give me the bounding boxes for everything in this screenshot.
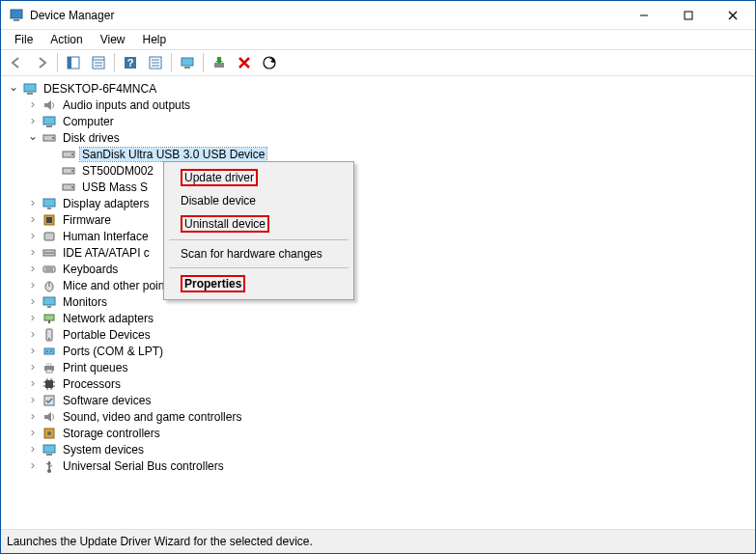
expander-icon[interactable]	[26, 345, 40, 358]
svg-point-56	[50, 350, 52, 352]
svg-point-35	[71, 186, 73, 188]
window: Device Manager File Action View Help ?	[0, 0, 756, 554]
svg-rect-7	[68, 57, 71, 69]
expander-icon[interactable]	[26, 328, 40, 342]
expander-icon[interactable]	[26, 312, 40, 325]
node-display[interactable]: Display adapters	[26, 195, 753, 211]
node-sound[interactable]: Sound, video and game controllers	[26, 408, 753, 425]
node-sandisk[interactable]: SanDisk Ultra USB 3.0 USB Device	[45, 146, 753, 162]
node-ports[interactable]: Ports (COM & LPT)	[26, 343, 753, 359]
expander-icon[interactable]	[26, 213, 40, 227]
expander-icon[interactable]	[26, 115, 40, 128]
toolbar-computer[interactable]	[176, 51, 199, 74]
tree-root[interactable]: DESKTOP-6F4MNCA	[7, 80, 753, 97]
svg-rect-37	[47, 208, 51, 209]
expander-icon[interactable]	[26, 377, 40, 391]
node-ide[interactable]: IDE ATA/ATAPI c	[26, 244, 753, 261]
ctx-properties[interactable]: Properties	[167, 271, 350, 296]
expander-icon[interactable]	[26, 361, 40, 374]
svg-rect-59	[46, 370, 52, 373]
svg-rect-1	[14, 19, 19, 21]
minimize-button[interactable]	[622, 1, 666, 30]
menu-action[interactable]: Action	[42, 31, 90, 48]
node-disk-drives[interactable]: Disk drives	[26, 129, 753, 146]
status-text: Launches the Update Driver Wizard for th…	[7, 535, 313, 548]
toolbar-forward[interactable]	[30, 51, 53, 74]
expander-icon[interactable]	[26, 98, 40, 112]
expander-icon[interactable]	[26, 246, 40, 260]
expander-icon[interactable]	[26, 230, 40, 243]
toolbar-install[interactable]	[208, 51, 231, 74]
expander-icon[interactable]	[26, 263, 40, 276]
svg-rect-49	[47, 306, 51, 308]
node-mice[interactable]: Mice and other pointing devices	[26, 277, 753, 293]
expander-icon[interactable]	[26, 295, 40, 309]
menu-view[interactable]: View	[93, 31, 133, 48]
ctx-scan[interactable]: Scan for hardware changes	[167, 243, 350, 264]
node-network[interactable]: Network adapters	[26, 310, 753, 326]
expander-icon[interactable]	[26, 131, 40, 145]
device-tree[interactable]: DESKTOP-6F4MNCA Audio inputs and outputs…	[1, 76, 755, 530]
svg-rect-58	[46, 363, 52, 366]
printer-icon	[42, 360, 57, 375]
svg-rect-48	[43, 297, 55, 305]
toolbar-delete[interactable]	[233, 51, 256, 74]
node-print[interactable]: Print queues	[26, 359, 753, 375]
software-icon	[42, 393, 57, 408]
ctx-uninstall-device[interactable]: Uninstall device	[167, 211, 350, 236]
node-hid[interactable]: Human Interface	[26, 228, 753, 244]
expander-icon[interactable]	[26, 459, 40, 473]
svg-point-23	[264, 57, 275, 69]
audio-icon	[42, 97, 57, 113]
portable-icon	[42, 327, 57, 343]
expander-icon[interactable]	[7, 82, 20, 96]
node-usbmass[interactable]: USB Mass S	[45, 179, 753, 195]
node-processors[interactable]: Processors	[26, 375, 753, 392]
maximize-button[interactable]	[666, 1, 711, 30]
node-monitors[interactable]: Monitors	[26, 293, 753, 310]
cpu-icon	[42, 376, 57, 392]
node-keyboards[interactable]: Keyboards	[26, 261, 753, 277]
node-storage[interactable]: Storage controllers	[26, 425, 753, 441]
toolbar-scan[interactable]	[258, 51, 281, 74]
node-system[interactable]: System devices	[26, 441, 753, 457]
node-computer[interactable]: Computer	[26, 113, 753, 129]
expander-icon[interactable]	[26, 197, 40, 210]
svg-rect-39	[46, 217, 52, 223]
toolbar-sep	[57, 53, 58, 72]
node-st500[interactable]: ST500DM002	[45, 162, 753, 179]
svg-rect-54	[44, 348, 54, 354]
expander-icon[interactable]	[26, 427, 40, 440]
node-software[interactable]: Software devices	[26, 392, 753, 408]
toolbar-show-tree[interactable]	[62, 51, 85, 74]
svg-rect-18	[182, 58, 193, 66]
node-portable[interactable]: Portable Devices	[26, 326, 753, 343]
highlight-properties: Properties	[181, 275, 245, 292]
expander-icon[interactable]	[26, 410, 40, 424]
expander-icon[interactable]	[26, 279, 40, 292]
ctx-disable-device[interactable]: Disable device	[167, 190, 350, 211]
usb-icon	[42, 458, 57, 474]
expander-icon[interactable]	[26, 394, 40, 407]
node-audio[interactable]: Audio inputs and outputs	[26, 97, 753, 113]
ctx-sep2	[169, 267, 349, 268]
svg-rect-43	[43, 266, 55, 272]
disk-icon	[42, 130, 57, 146]
toolbar-properties-pane[interactable]	[87, 51, 110, 74]
menu-file[interactable]: File	[7, 31, 41, 48]
node-usb[interactable]: Universal Serial Bus controllers	[26, 457, 753, 474]
svg-rect-36	[43, 199, 55, 207]
ctx-update-driver[interactable]: Update driver	[167, 165, 350, 190]
expander-icon[interactable]	[26, 443, 40, 457]
toolbar-help[interactable]: ?	[119, 51, 142, 74]
toolbar-action-list[interactable]	[144, 51, 167, 74]
close-button[interactable]	[711, 1, 755, 30]
toolbar-back[interactable]	[5, 51, 28, 74]
sound-icon	[42, 409, 57, 425]
svg-text:?: ?	[127, 57, 134, 69]
menu-help[interactable]: Help	[135, 31, 175, 48]
svg-point-55	[46, 350, 48, 352]
node-firmware[interactable]: Firmware	[26, 211, 753, 228]
svg-rect-60	[45, 380, 53, 388]
svg-point-33	[71, 170, 73, 172]
